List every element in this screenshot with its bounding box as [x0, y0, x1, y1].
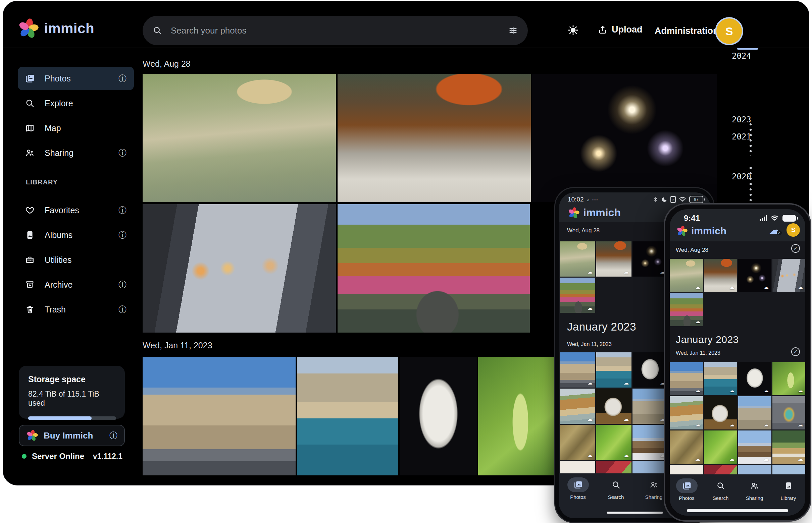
- administration-link[interactable]: Administration: [655, 26, 719, 36]
- photo-centerpiece[interactable]: ☁: [773, 396, 805, 430]
- month-header: January 2023: [676, 334, 739, 345]
- brand-name: immich: [44, 20, 94, 37]
- photo-winter-church[interactable]: ☁: [633, 425, 668, 460]
- photo-fortress-ruins[interactable]: ☁: [738, 396, 772, 430]
- photo-lizard-moss[interactable]: ☁: [596, 425, 632, 460]
- info-icon[interactable]: ⓘ: [118, 206, 126, 214]
- photo-fortress-ruins[interactable]: ☁: [633, 389, 668, 424]
- select-day-check-icon[interactable]: ✓: [791, 347, 800, 356]
- photo-dinner-table[interactable]: ☁: [704, 259, 737, 292]
- upload-label: Upload: [612, 24, 642, 35]
- photo-dinner-table[interactable]: [338, 74, 531, 202]
- photo-monkeys[interactable]: ☁: [670, 259, 703, 292]
- sidebar-item-photos[interactable]: Photos ⓘ: [18, 67, 134, 90]
- sidebar-item-albums[interactable]: Albums ⓘ: [18, 223, 134, 247]
- photo-sea-grapes[interactable]: ☁: [773, 362, 805, 395]
- timeline-year[interactable]: 2024: [732, 51, 751, 61]
- photo-coastal-town[interactable]: ☁: [596, 353, 632, 387]
- sliders-icon: [508, 26, 518, 35]
- storage-title: Storage space: [28, 375, 116, 384]
- sidebar-item-explore[interactable]: Explore: [18, 92, 134, 115]
- immich-logo[interactable]: immich: [18, 18, 94, 39]
- photo-cliff-beach[interactable]: ☁: [670, 396, 703, 430]
- info-icon[interactable]: ⓘ: [118, 281, 126, 289]
- photo-fortress[interactable]: [143, 357, 296, 475]
- sidebar-item-map[interactable]: Map: [18, 116, 134, 140]
- info-icon[interactable]: ⓘ: [109, 431, 118, 439]
- photo-fireworks[interactable]: ☁: [738, 259, 772, 292]
- photo-lizard-ground[interactable]: ☁: [670, 431, 703, 464]
- user-avatar[interactable]: S: [787, 223, 800, 237]
- photo-monkeys[interactable]: ☁: [560, 241, 595, 276]
- search-input[interactable]: [171, 25, 500, 36]
- photo-fortress[interactable]: ☁: [560, 353, 595, 387]
- battery-icon: 97: [689, 196, 703, 203]
- toolbox-icon: [25, 255, 35, 265]
- info-icon[interactable]: ⓘ: [118, 74, 126, 83]
- photo-marble-bust[interactable]: [400, 357, 477, 475]
- date-group-header: Wed, Aug 28: [143, 59, 191, 69]
- cloud-icon: ☁: [798, 285, 803, 290]
- sidebar-label: Archive: [45, 280, 108, 290]
- info-icon[interactable]: ⓘ: [118, 231, 126, 239]
- sidebar-item-sharing[interactable]: Sharing ⓘ: [18, 141, 134, 165]
- photo-stone-carving[interactable]: ☁: [596, 389, 632, 424]
- select-day-check-icon[interactable]: ✓: [791, 244, 800, 253]
- photo-coastal-town[interactable]: ☁: [704, 362, 737, 395]
- photo-marble-bust[interactable]: ☁: [633, 353, 668, 387]
- photo-lizard-moss[interactable]: ☁: [704, 431, 737, 464]
- photo-cliff-beach[interactable]: ☁: [560, 389, 595, 424]
- nav-library[interactable]: Library: [778, 474, 799, 501]
- sidebar-item-favorites[interactable]: Favorites ⓘ: [18, 198, 134, 222]
- theme-toggle-button[interactable]: [567, 24, 579, 36]
- nav-search[interactable]: Search: [605, 473, 627, 500]
- photo-holding-hands[interactable]: ☁: [773, 259, 805, 292]
- photo-fireworks[interactable]: ☁: [633, 241, 668, 276]
- photo-fortress[interactable]: ☁: [670, 362, 703, 395]
- status-time: 10:02: [568, 196, 584, 203]
- nav-photos[interactable]: Photos: [567, 473, 589, 500]
- nav-sharing[interactable]: Sharing: [744, 474, 765, 501]
- search-bar[interactable]: [143, 16, 528, 45]
- search-filter-button[interactable]: [508, 26, 518, 35]
- cloud-icon: ☁: [798, 457, 803, 462]
- photo-stone-carving[interactable]: ☁: [704, 396, 737, 430]
- top-bar: immich Upload Administration S: [3, 1, 809, 48]
- nav-search[interactable]: Search: [710, 474, 731, 501]
- photo-alpine-farm[interactable]: ☁: [773, 431, 805, 464]
- backup-cloud-button[interactable]: ☁✓: [768, 224, 781, 235]
- cloud-icon: ☁: [695, 422, 700, 428]
- cloud-icon: ☁: [695, 457, 700, 462]
- photo-fireworks[interactable]: [532, 74, 717, 202]
- cloud-icon: ☁: [729, 422, 735, 428]
- date-group-header: Wed, Jan 11, 2023: [676, 350, 720, 356]
- buy-immich-button[interactable]: Buy Immich ⓘ: [19, 425, 125, 446]
- sidebar-item-trash[interactable]: Trash ⓘ: [18, 298, 134, 321]
- overflow-dots-icon: ⋯: [592, 196, 599, 203]
- photo-garden-path[interactable]: ☁: [560, 277, 595, 313]
- upload-button[interactable]: Upload: [598, 24, 642, 35]
- server-status-label: Server Online: [32, 452, 88, 461]
- photo-dinner-table[interactable]: ☁: [596, 241, 632, 276]
- photo-winter-church[interactable]: ☁: [738, 431, 772, 464]
- photo-lizard-ground[interactable]: ☁: [560, 425, 595, 460]
- sidebar-item-utilities[interactable]: Utilities: [18, 248, 134, 272]
- home-indicator[interactable]: [607, 511, 663, 513]
- photo-coastal-town[interactable]: [297, 357, 398, 475]
- home-indicator[interactable]: [687, 509, 788, 512]
- immich-flower-icon: [676, 225, 688, 237]
- photo-monkeys[interactable]: [143, 74, 336, 202]
- info-icon[interactable]: ⓘ: [118, 149, 126, 157]
- server-version: v1.112.1: [93, 452, 122, 461]
- photo-garden-path[interactable]: ☁: [670, 293, 703, 326]
- info-icon[interactable]: ⓘ: [118, 305, 126, 313]
- nav-sharing[interactable]: Sharing: [643, 473, 665, 500]
- photo-marble-bust[interactable]: ☁: [738, 362, 772, 395]
- buy-immich-label: Buy Immich: [44, 431, 104, 441]
- photo-sea-grapes[interactable]: [478, 357, 555, 475]
- photo-holding-hands[interactable]: [143, 204, 336, 332]
- cloud-icon: ☁: [729, 457, 735, 462]
- sidebar-item-archive[interactable]: Archive ⓘ: [18, 273, 134, 296]
- nav-photos[interactable]: Photos: [676, 474, 697, 501]
- photo-garden-path[interactable]: [338, 204, 530, 332]
